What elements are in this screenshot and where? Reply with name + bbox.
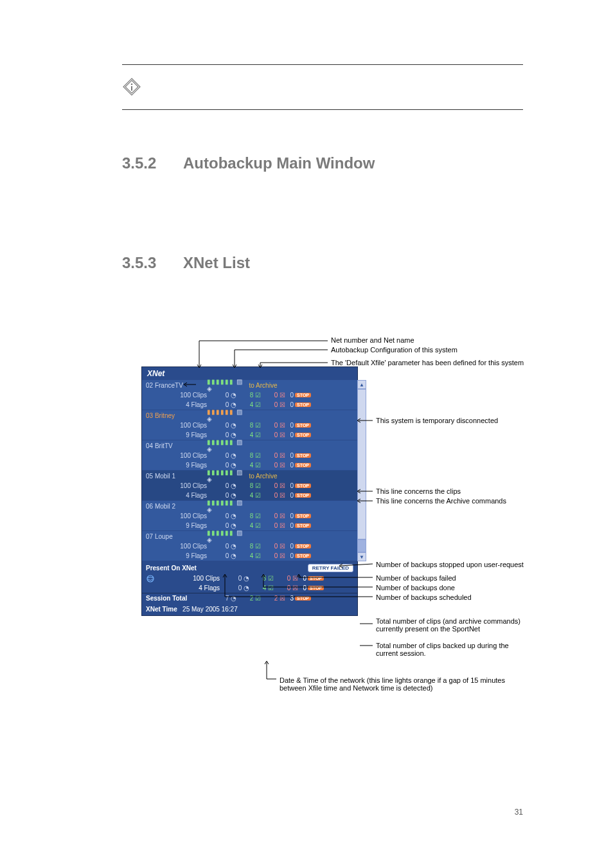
callout-defx: The 'Default Xfile' parameter has been d… bbox=[331, 359, 524, 366]
callout-net: Net number and Net name bbox=[331, 336, 414, 344]
xnet-time-value: 25 May 2005 16:27 bbox=[182, 606, 238, 613]
config-bars-icon: ▮▮▮▮▮▮ ▨ ◈ bbox=[207, 529, 245, 543]
scroll-thumb2[interactable] bbox=[357, 539, 366, 552]
session-total-row: Session Total 7 ◔ 2 ☑ 2 ☒ 3STOP bbox=[142, 593, 357, 603]
v: 2 ☒ bbox=[261, 595, 285, 602]
config-bars-icon: ▮▮▮▮▮▮ ▨ ◈ bbox=[207, 439, 245, 453]
stopped-count: 0STOP bbox=[285, 452, 311, 459]
scheduled-count: 0 ◔ bbox=[212, 422, 236, 429]
system-block[interactable]: 06 Mobil 2▮▮▮▮▮▮ ▨ ◈100 Clips0 ◔8 ☑0 ☒0S… bbox=[142, 501, 357, 531]
row-label: 100 Clips bbox=[146, 482, 212, 489]
system-name: 06 Mobil 2 bbox=[146, 503, 207, 510]
config-bars-icon: ▮▮▮▮▮▮ ▨ ◈ bbox=[207, 408, 245, 422]
system-header-row: 04 BritTV▮▮▮▮▮▮ ▨ ◈ bbox=[142, 440, 357, 451]
spacer-icon bbox=[146, 584, 155, 593]
system-header-row: 07 Loupe▮▮▮▮▮▮ ▨ ◈ bbox=[142, 531, 357, 541]
row-label: 100 Clips bbox=[146, 452, 212, 459]
svg-point-0 bbox=[131, 84, 133, 86]
scrollbar[interactable]: ▲ ▼ bbox=[357, 380, 366, 561]
scheduled-count: 0 ◔ bbox=[212, 492, 236, 499]
diamond-info-icon bbox=[122, 77, 141, 96]
system-block[interactable]: 02 FranceTV▮▮▮▮▮▮ ▨ ◈ to Archive100 Clip… bbox=[142, 380, 357, 410]
to-archive-label: to Archive bbox=[245, 473, 277, 480]
stopped-count: 0STOP bbox=[285, 401, 311, 408]
done-count: 8 ☑ bbox=[236, 543, 261, 550]
heading-352: 3.5.2Autobackup Main Window bbox=[122, 154, 375, 172]
done-count: 8 ☑ bbox=[236, 452, 261, 459]
globe-icon bbox=[146, 574, 155, 583]
system-block[interactable]: 05 Mobil 1▮▮▮▮▮▮ ▨ ◈ to Archive100 Clips… bbox=[142, 471, 357, 501]
system-name: 05 Mobil 1 bbox=[146, 473, 207, 480]
heading-353: 3.5.3XNet List bbox=[122, 254, 250, 272]
stopped-count: 0STOP bbox=[285, 482, 311, 489]
system-block[interactable]: 04 BritTV▮▮▮▮▮▮ ▨ ◈100 Clips0 ◔8 ☑0 ☒0ST… bbox=[142, 440, 357, 471]
heading-title: XNet List bbox=[183, 254, 250, 271]
row-label: 4 Flags bbox=[146, 492, 212, 499]
scheduled-count: 0 ◔ bbox=[212, 512, 236, 520]
system-name: 03 Britney bbox=[146, 412, 207, 419]
system-block[interactable]: 03 Britney▮▮▮▮▮▮ ▨ ◈100 Clips0 ◔8 ☑0 ☒0S… bbox=[142, 410, 357, 440]
stopped-count: 0STOP bbox=[285, 512, 311, 520]
row-label: 100 Clips bbox=[146, 422, 212, 429]
scheduled-count: 0 ◔ bbox=[212, 543, 236, 550]
system-header-row: 02 FranceTV▮▮▮▮▮▮ ▨ ◈ to Archive bbox=[142, 380, 357, 390]
scheduled-count: 0 ◔ bbox=[212, 401, 236, 408]
v: 0STOP bbox=[298, 575, 324, 582]
callout-nsched: Number of backups scheduled bbox=[376, 593, 472, 601]
done-count: 8 ☑ bbox=[236, 482, 261, 489]
v: Clips bbox=[206, 575, 220, 582]
failed-count: 0 ☒ bbox=[261, 552, 285, 559]
row-label: 9 Flags bbox=[146, 522, 212, 529]
row-label: 100 Clips bbox=[146, 512, 212, 520]
present-clips-row: 100 Clips 0 ◔ 8 ☑ 0 ☒ 0STOP bbox=[142, 574, 357, 583]
clips-row: 100 Clips0 ◔8 ☑0 ☒0STOP bbox=[142, 420, 357, 430]
v: 2 ☑ bbox=[236, 595, 261, 602]
stopped-count: 0STOP bbox=[285, 543, 311, 550]
clips-row: 100 Clips0 ◔8 ☑0 ☒0STOP bbox=[142, 541, 357, 551]
stopped-count: 0STOP bbox=[285, 392, 311, 399]
panel-footer: Present On XNet RETRY FAILED 100 Clips 0… bbox=[142, 561, 357, 615]
svg-rect-1 bbox=[131, 86, 132, 91]
svg-point-2 bbox=[147, 575, 154, 582]
retry-failed-button[interactable]: RETRY FAILED bbox=[308, 564, 353, 572]
scroll-thumb[interactable] bbox=[357, 389, 366, 539]
v: Flags bbox=[204, 584, 220, 592]
heading-title: Autobackup Main Window bbox=[183, 154, 375, 172]
row-label: 100 Clips bbox=[146, 392, 212, 399]
row-label: 9 Flags bbox=[146, 552, 212, 559]
v: 7 ◔ bbox=[212, 595, 236, 602]
failed-count: 0 ☒ bbox=[261, 392, 285, 399]
stopped-count: 0STOP bbox=[285, 422, 311, 429]
scroll-down-icon[interactable]: ▼ bbox=[357, 552, 366, 561]
v: 3STOP bbox=[285, 595, 311, 602]
v: 100 bbox=[193, 575, 204, 582]
scheduled-count: 0 ◔ bbox=[212, 452, 236, 459]
stopped-count: 0STOP bbox=[285, 522, 311, 529]
failed-count: 0 ☒ bbox=[261, 492, 285, 499]
v: 0 ☒ bbox=[274, 584, 298, 592]
to-archive-label: to Archive bbox=[245, 382, 277, 389]
config-bars-icon: ▮▮▮▮▮▮ ▨ ◈ bbox=[207, 378, 245, 392]
system-list: 02 FranceTV▮▮▮▮▮▮ ▨ ◈ to Archive100 Clip… bbox=[142, 380, 357, 561]
stopped-count: 0STOP bbox=[285, 492, 311, 499]
system-header-row: 03 Britney▮▮▮▮▮▮ ▨ ◈ bbox=[142, 410, 357, 420]
scheduled-count: 0 ◔ bbox=[212, 431, 236, 439]
callout-clip: This line concerns the clips bbox=[376, 487, 461, 495]
v: 0 ☒ bbox=[274, 575, 298, 582]
callout-ndone: Number of backups done bbox=[376, 584, 455, 592]
v: 4 bbox=[199, 584, 202, 592]
config-bars-icon: ▮▮▮▮▮▮ ▨ ◈ bbox=[207, 469, 245, 483]
callout-disc: This system is temporary disconnected bbox=[376, 417, 498, 424]
row-label: 100 Clips bbox=[146, 543, 212, 550]
failed-count: 0 ☒ bbox=[261, 512, 285, 520]
system-block[interactable]: 07 Loupe▮▮▮▮▮▮ ▨ ◈100 Clips0 ◔8 ☑0 ☒0STO… bbox=[142, 531, 357, 561]
failed-count: 0 ☒ bbox=[261, 543, 285, 550]
heading-num: 3.5.3 bbox=[122, 254, 183, 272]
callout-totclips: Total number of clips (and archive comma… bbox=[376, 617, 533, 633]
scheduled-count: 0 ◔ bbox=[212, 522, 236, 529]
flags-row: 4 Flags0 ◔4 ☑0 ☒0STOP bbox=[142, 400, 357, 410]
scroll-up-icon[interactable]: ▲ bbox=[357, 380, 366, 389]
flags-row: 9 Flags0 ◔4 ☑0 ☒0STOP bbox=[142, 460, 357, 470]
v: 8 ☑ bbox=[249, 575, 274, 582]
done-count: 4 ☑ bbox=[236, 552, 261, 559]
